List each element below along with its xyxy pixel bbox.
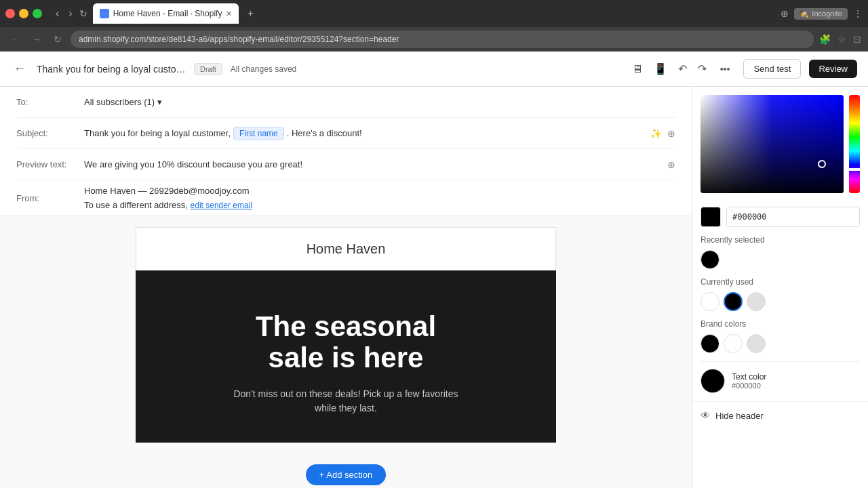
currently-used-label: Currently used — [701, 277, 860, 287]
draft-badge: Draft — [194, 63, 222, 75]
review-button[interactable]: Review — [809, 60, 857, 78]
current-swatch-lightgray[interactable] — [747, 292, 766, 311]
gradient-cursor[interactable] — [818, 160, 826, 168]
tab-close-button[interactable]: ✕ — [226, 9, 232, 18]
personalize-subject-button[interactable]: ✨ — [650, 128, 662, 139]
tab-bar: Home Haven - Email · Shopify ✕ + — [93, 3, 776, 24]
address-bar-row: ← → ↻ admin.shopify.com/store/de8143-a6/… — [0, 27, 868, 52]
profile-button[interactable]: ⊕ — [781, 8, 789, 19]
text-color-label: Text color — [732, 372, 766, 382]
addr-back-button[interactable]: ← — [7, 33, 23, 46]
recently-selected-label: Recently selected — [701, 235, 860, 245]
subject-field-icons: ✨ ⊕ — [650, 128, 675, 139]
active-tab[interactable]: Home Haven - Email · Shopify ✕ — [93, 3, 239, 24]
screenshot-icon[interactable]: ⊡ — [853, 34, 861, 45]
extensions-icon[interactable]: 🧩 — [819, 34, 831, 45]
address-bar[interactable]: admin.shopify.com/store/de8143-a6/apps/s… — [71, 30, 814, 48]
recently-selected-swatches — [701, 250, 860, 269]
edit-sender-link[interactable]: edit sender email — [191, 201, 252, 210]
subscribers-dropdown[interactable]: All subscribers (1) ▾ — [84, 97, 162, 107]
brand-swatch-black[interactable] — [701, 334, 719, 353]
email-header-title: Home Haven — [150, 241, 542, 257]
address-text: admin.shopify.com/store/de8143-a6/apps/s… — [79, 35, 399, 44]
menu-button[interactable]: ⋮ — [853, 8, 863, 19]
to-label: To: — [16, 97, 84, 107]
chevron-down-icon: ▾ — [157, 97, 162, 107]
from-value: Home Haven — 26929deb@moodjoy.com To use… — [84, 180, 675, 216]
color-picker-area — [701, 95, 860, 200]
to-field-row: To: All subscribers (1) ▾ — [16, 87, 675, 118]
color-gradient[interactable] — [701, 95, 844, 193]
right-panel: Recently selected Currently used Brand c… — [692, 87, 868, 488]
subject-field-row: Subject: Thank you for being a loyal cus… — [16, 118, 675, 149]
color-gradient-wrapper — [701, 95, 844, 200]
from-name: Home Haven — 26929deb@moodjoy.com — [84, 186, 249, 196]
brand-swatch-lightgray[interactable] — [747, 334, 766, 353]
hide-header-row: 👁 Hide header — [692, 401, 868, 426]
saved-status: All changes saved — [231, 64, 296, 74]
email-hero-title: The seasonal sale is here — [163, 311, 529, 373]
desktop-view-button[interactable]: 🖥 — [629, 60, 646, 78]
add-section-container: + Add section — [0, 456, 692, 488]
ai-subject-button[interactable]: ⊕ — [667, 128, 675, 139]
subject-value: Thank you for being a loyal customer, Fi… — [84, 127, 650, 140]
color-picker-panel: Recently selected Currently used Brand c… — [692, 87, 868, 401]
subject-prefix: Thank you for being a loyal customer, — [84, 128, 231, 138]
from-hint-row: To use a different address, edit sender … — [84, 200, 252, 210]
eye-icon: 👁 — [701, 410, 710, 421]
add-section-button[interactable]: + Add section — [306, 464, 386, 485]
brand-colors-label: Brand colors — [701, 319, 860, 329]
email-preview: Home Haven The seasonal sale is here Don… — [136, 227, 556, 443]
back-button[interactable]: ‹ — [53, 6, 62, 21]
window-controls — [5, 9, 42, 18]
close-window-button[interactable] — [5, 9, 15, 18]
email-header-section[interactable]: Home Haven — [136, 227, 556, 270]
maximize-window-button[interactable] — [33, 9, 42, 18]
addr-refresh-button[interactable]: ↻ — [50, 33, 65, 46]
email-preview-wrapper: Home Haven The seasonal sale is here Don… — [0, 216, 692, 456]
recent-swatch-black[interactable] — [701, 250, 719, 269]
mobile-view-button[interactable]: 📱 — [651, 60, 670, 78]
forward-button[interactable]: › — [66, 6, 75, 21]
current-swatch-black[interactable] — [724, 292, 743, 311]
hue-cursor[interactable] — [848, 168, 861, 171]
browser-chrome: ‹ › ↻ Home Haven - Email · Shopify ✕ + ⊕… — [0, 0, 868, 27]
current-color-swatch[interactable] — [701, 207, 721, 227]
bookmark-icon[interactable]: ☆ — [837, 34, 846, 45]
main-layout: To: All subscribers (1) ▾ Subject: Thank… — [0, 87, 868, 488]
text-color-section: Text color #000000 — [701, 361, 860, 393]
app-bar: ← Thank you for being a loyal custome...… — [0, 52, 868, 87]
brand-swatch-white[interactable] — [724, 334, 743, 353]
gradient-dark-overlay — [701, 95, 844, 193]
text-color-swatch[interactable] — [701, 369, 725, 393]
addr-forward-button[interactable]: → — [28, 33, 45, 46]
undo-button[interactable]: ↶ — [675, 60, 690, 78]
brand-color-swatches — [701, 334, 860, 353]
send-test-button[interactable]: Send test — [743, 59, 801, 79]
address-extra: 🧩 ☆ ⊡ — [819, 34, 861, 45]
editor-area: To: All subscribers (1) ▾ Subject: Thank… — [0, 87, 692, 488]
preview-label: Preview text: — [16, 159, 84, 169]
incognito-badge: 🕵 Incognito — [794, 8, 848, 20]
first-name-tag[interactable]: First name — [233, 127, 284, 140]
email-hero-subtitle: Don't miss out on these deals! Pick up a… — [163, 387, 529, 415]
text-color-value: #000000 — [732, 382, 766, 390]
back-to-emails-button[interactable]: ← — [11, 59, 28, 79]
minimize-window-button[interactable] — [19, 9, 28, 18]
hex-input[interactable] — [726, 207, 860, 227]
hide-header-label[interactable]: Hide header — [715, 411, 764, 421]
current-swatch-white[interactable] — [701, 292, 719, 311]
hue-slider[interactable] — [849, 95, 860, 193]
toolbar-icons: 🖥 📱 ↶ ↷ ••• — [629, 60, 736, 78]
more-options-button[interactable]: ••• — [715, 61, 736, 77]
ai-preview-button[interactable]: ⊕ — [667, 159, 675, 170]
email-hero-section[interactable]: The seasonal sale is here Don't miss out… — [136, 270, 556, 443]
text-color-info: Text color #000000 — [732, 372, 766, 390]
email-fields: To: All subscribers (1) ▾ Subject: Thank… — [0, 87, 692, 216]
browser-navigation: ‹ › ↻ — [53, 6, 87, 21]
new-tab-button[interactable]: + — [241, 5, 259, 22]
refresh-button[interactable]: ↻ — [79, 8, 87, 19]
preview-value: We are giving you 10% discount because y… — [84, 159, 667, 169]
color-hex-row — [701, 207, 860, 227]
redo-button[interactable]: ↷ — [695, 60, 709, 78]
